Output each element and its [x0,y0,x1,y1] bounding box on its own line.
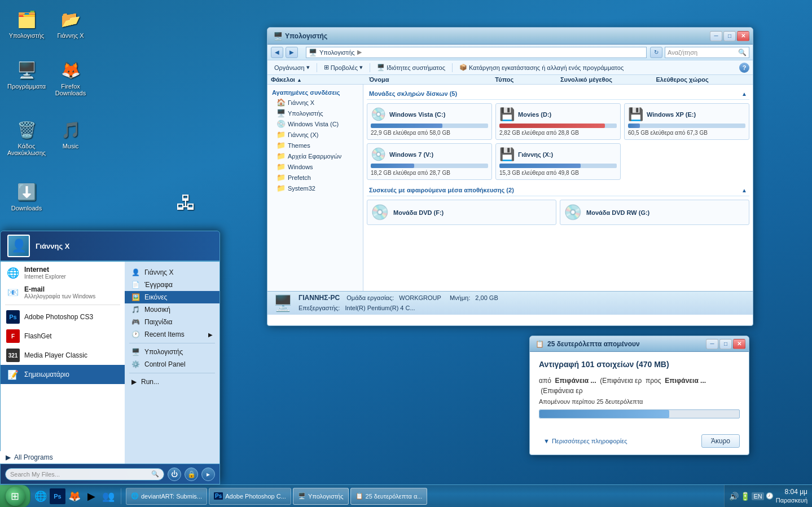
drive-item-2[interactable]: 💾 Windows XP (E:) 60,5 GB ελεύθερα από 6… [624,103,749,140]
uninstall-menu[interactable]: 📦 Κατάργηση εγκατάστασης ή αλλαγή ενός π… [456,63,627,72]
free-header[interactable]: Ελεύθερος χώρος [654,76,750,83]
right-docs-label: Έγγραφα [144,281,173,289]
more-info-button[interactable]: ▼ Περισσότερες πληροφορίες [539,435,632,447]
right-item-games[interactable]: 🎮 Παιχνίδια [125,316,220,328]
mpc-label: Media Player Classic [24,351,119,359]
organize-menu[interactable]: Οργάνωση ▾ [271,63,313,72]
right-item-images[interactable]: 🖼️ Εικόνες [125,291,220,303]
desktop-icon-recycle[interactable]: 🗑️ ΚάδοςΑνακύκλωσης [7,118,46,156]
sidebar-item-giannhsx[interactable]: 📁Γιάννης (Χ) [267,129,363,140]
desktop-icon-network[interactable]: 🖧 [166,192,206,216]
cancel-button[interactable]: Άκυρο [701,434,740,448]
desktop-icon-downloads[interactable]: ⬇️ Downloads [7,180,46,211]
sidebar-item-prefetch[interactable]: 📁Prefetch [267,172,363,183]
icon-label: Υπολογιστής [9,32,45,39]
taskbar-btn-deviantart[interactable]: 🌐 deviantART: Submis... [126,488,207,505]
menu-item-notepad[interactable]: 📝 Σημειωματάριο [1,365,125,384]
copy-main-text: Αντιγραφή 101 στοιχείων (470 MB) [539,360,740,369]
search-box[interactable]: Search My Files... 🔍 [5,468,164,480]
sidebar-item-system32[interactable]: 📁System32 [267,183,363,193]
copy-sub2: (Επιφάνεια ερ [541,387,582,395]
drive-info: 18,2 GB ελεύθερα από 28,7 GB [371,170,488,176]
menu-item-mpc[interactable]: 321 Media Player Classic [1,346,125,365]
right-item-documents[interactable]: 📄 Έγγραφα [125,279,220,291]
hd-collapse[interactable]: ▲ [741,91,747,97]
right-item-giannhs[interactable]: 👤 Γιάννης Χ [125,266,220,279]
copy-sub: (Επιφάνεια ερ [600,377,642,385]
rm-collapse[interactable]: ▲ [741,187,747,193]
menu-item-email[interactable]: 📧 E-mail Αλληλογραφία των Windows [1,283,125,302]
taskbar-btn-explorer[interactable]: 🖥️ Υπολογιστής [293,488,349,505]
menu-item-ie[interactable]: 🌐 Internet Internet Explorer [1,262,125,283]
help-button[interactable]: ? [739,63,749,73]
maximize-button[interactable]: □ [723,31,736,41]
tray-volume-icon[interactable]: 🔋 [740,492,750,501]
views-menu[interactable]: ⊞ Προβολές ▾ [321,63,366,72]
type-header[interactable]: Τύπος [493,76,558,83]
notepad-label: Σημειωματάριο [24,371,119,378]
taskbar-btn-copy[interactable]: 📋 25 δευτερόλεπτα α... [350,488,428,505]
organize-arrow: ▾ [306,64,310,71]
tray-network-icon[interactable]: 🔊 [729,492,739,501]
menu-item-photoshop[interactable]: Ps Adobe Photoshop CS3 [1,307,125,327]
drive-item-1[interactable]: 💾 Movies (D:) 2,82 GB ελεύθερα από 28,8 … [495,103,621,140]
right-games-label: Παιχνίδια [144,318,173,326]
removable-item-0[interactable]: 💿 Μονάδα DVD (F:) [367,200,556,225]
sidebar-item-windows[interactable]: 📁Windows [267,161,363,172]
properties-menu[interactable]: 🖥️ Ιδιότητες συστήματος [374,63,449,72]
taskbar-ps-icon[interactable]: Ps [50,488,65,504]
copy-min-btn[interactable]: ─ [706,339,718,349]
search-field[interactable]: Αναζήτηση 🔍 [665,47,749,58]
status-ram-label: Μνήμη: [450,294,470,301]
all-programs-row[interactable]: ▶ All Programs [0,451,124,464]
taskbar-wmp-icon[interactable]: ▶ [84,488,99,504]
address-bar[interactable]: 🖥️ Υπολογιστής ▶ [306,47,647,58]
copy-dialog: 📋 25 δευτερόλεπτα απομένουν ─ □ ✕ Αντιγρ… [529,336,749,455]
forward-button[interactable]: ▶ [286,47,298,58]
menu-separator1 [5,305,120,305]
right-item-music[interactable]: 🎵 Μουσική [125,303,220,316]
drive-item-4[interactable]: 💾 Γιάννης (Χ:) 15,3 GB ελεύθερα από 49,8… [495,143,621,180]
start-button[interactable]: ⊞ [0,485,30,508]
total-header[interactable]: Συνολικό μέγεθος [558,76,654,83]
refresh-button[interactable]: ↻ [650,47,662,58]
folder-icon2: 📂 [59,8,82,30]
taskbar-ie-icon[interactable]: 🌐 [33,488,49,504]
right-item-panel[interactable]: ⚙️ Control Panel [125,358,220,371]
right-item-recent[interactable]: 🕐 Recent Items ▶ [125,328,220,341]
desktop-icon-music[interactable]: 🎵 Music [51,118,90,149]
menu-item-flashget[interactable]: F FlashGet [1,327,125,346]
removable-item-1[interactable]: 💿 Μονάδα DVD RW (G:) [560,200,749,225]
drive-item-3[interactable]: 💿 Windows 7 (V:) 18,2 GB ελεύθερα από 28… [367,143,492,180]
views-icon: ⊞ [324,64,329,71]
drive-item-0[interactable]: 💿 Windows Vista (C:) 22,9 GB ελεύθερα απ… [367,103,492,140]
sidebar-item-computer[interactable]: 🖥️Υπολογιστής [267,108,363,118]
arrow-button[interactable]: ▸ [201,468,215,481]
minimize-button[interactable]: ─ [710,31,722,41]
desktop-icon-firefox[interactable]: 🦊 Firefox Downloads [51,59,90,96]
copy-close-btn[interactable]: ✕ [733,339,745,349]
taskbar-people-icon[interactable]: 👥 [100,488,116,504]
tb-copy-label: 25 δευτερόλεπτα α... [366,493,423,500]
right-item-computer[interactable]: 🖥️ Υπολογιστής [125,346,220,358]
sidebar-item-themes[interactable]: 📁Themes [267,140,363,151]
desktop-icon-computer[interactable]: 🖥️ Προγράμματα [7,59,46,90]
power-button[interactable]: ⏻ [168,468,181,481]
right-item-run[interactable]: ▶ Run... [125,376,220,388]
sidebar-item-apps[interactable]: 📁Αρχεία Εφαρμογών [267,151,363,161]
right-giannhs-icon: 👤 [131,268,140,276]
sidebar-item-giannhs[interactable]: 🏠Γιάννης Χ [267,97,363,108]
desktop-icon-giannhs[interactable]: 🗂️ Υπολογιστής [7,8,46,39]
right-run-icon: ▶ [131,378,137,386]
name-header[interactable]: Όνομα [367,76,493,83]
taskbar-firefox-icon[interactable]: 🦊 [67,488,82,504]
lock-button[interactable]: 🔒 [185,468,198,481]
copy-max-btn[interactable]: □ [719,339,732,349]
back-button[interactable]: ◀ [271,47,283,58]
sidebar-item-vista[interactable]: 💿Windows Vista (C) [267,118,363,129]
taskbar-btn-photoshop[interactable]: Ps Adobe Photoshop C... [209,488,291,505]
icon-label5: ΚάδοςΑνακύκλωσης [7,143,46,156]
right-docs-icon: 📄 [131,281,140,289]
close-button[interactable]: ✕ [737,31,749,41]
desktop-icon-programmata[interactable]: 📂 Γιάννης Χ [51,8,90,39]
